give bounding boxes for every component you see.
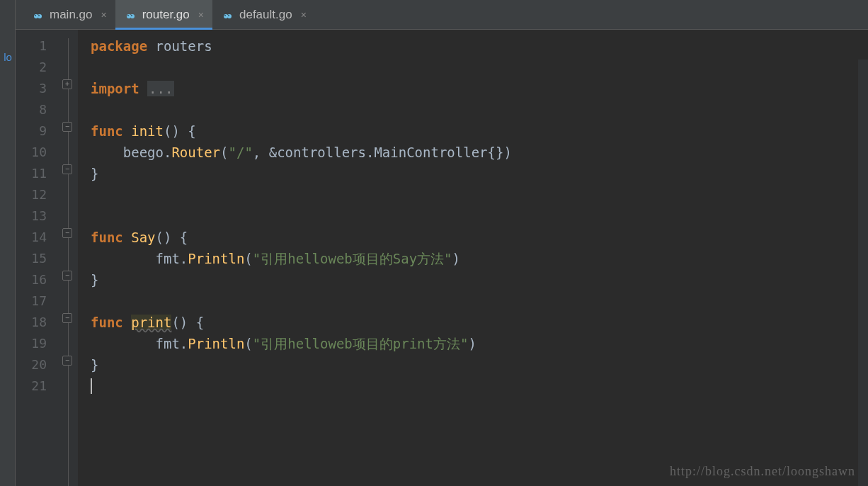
- keyword: func: [91, 230, 123, 245]
- line-number: 13: [16, 205, 47, 227]
- code-text: (: [220, 145, 228, 160]
- go-file-icon: [31, 9, 44, 21]
- code-text: () {: [164, 123, 196, 139]
- svg-point-2: [35, 15, 36, 16]
- editor-main: main.go × router.go × default.go × 1 2 3…: [16, 0, 868, 486]
- line-number-gutter: 1 2 3 8 9 10 11 12 13 14 15 16 17 18 19 …: [16, 30, 59, 486]
- svg-point-7: [131, 15, 132, 16]
- code-text: }: [91, 272, 98, 288]
- svg-point-10: [224, 15, 226, 16]
- line-number: 2: [16, 57, 47, 78]
- vertical-scrollbar[interactable]: [858, 60, 868, 486]
- line-number: 19: [16, 333, 47, 354]
- keyword: import: [91, 81, 139, 96]
- code-text: ): [468, 336, 476, 351]
- method-name: Println: [188, 336, 244, 351]
- code-text: ): [452, 251, 460, 266]
- tab-label: default.go: [239, 8, 292, 22]
- fold-collapse-icon[interactable]: −: [62, 164, 72, 174]
- line-number: 3: [16, 78, 47, 99]
- method-name: Println: [188, 251, 244, 266]
- line-number: 16: [16, 269, 47, 290]
- line-number: 18: [16, 312, 47, 333]
- keyword: package: [91, 38, 147, 54]
- fold-collapse-icon[interactable]: −: [62, 313, 72, 323]
- fold-guide-line: [68, 38, 69, 486]
- editor-area[interactable]: 1 2 3 8 9 10 11 12 13 14 15 16 17 18 19 …: [16, 30, 868, 486]
- fold-gutter: + − − − − − −: [59, 30, 78, 486]
- editor-tabs: main.go × router.go × default.go ×: [16, 0, 868, 30]
- line-number: 1: [16, 35, 47, 57]
- code-text: }: [91, 166, 98, 181]
- fold-collapse-icon[interactable]: −: [62, 122, 72, 132]
- code-text: beego.: [123, 145, 172, 160]
- method-name: Router: [171, 145, 220, 160]
- func-name: Say: [131, 230, 155, 245]
- tool-window-label[interactable]: lo: [0, 51, 16, 63]
- code-text: }: [91, 357, 98, 373]
- fold-expand-icon[interactable]: +: [62, 79, 72, 89]
- close-icon[interactable]: ×: [198, 9, 204, 21]
- keyword: func: [91, 123, 123, 139]
- tab-router-go[interactable]: router.go ×: [115, 0, 212, 29]
- tab-default-go[interactable]: default.go ×: [212, 0, 315, 29]
- code-text: fmt.: [156, 251, 188, 266]
- code-text: , &controllers.MainController{}): [253, 145, 512, 160]
- tab-main-go[interactable]: main.go ×: [23, 0, 115, 29]
- line-number: 14: [16, 227, 47, 248]
- line-number: 20: [16, 354, 47, 375]
- code-text: () {: [156, 230, 188, 245]
- line-number: 12: [16, 184, 47, 205]
- fold-collapse-icon[interactable]: −: [62, 356, 72, 366]
- tool-window-strip[interactable]: lo: [0, 0, 16, 486]
- svg-point-3: [38, 15, 40, 16]
- svg-point-5: [130, 14, 135, 18]
- fold-collapse-icon[interactable]: −: [62, 228, 72, 238]
- func-name: init: [131, 123, 164, 139]
- func-name-warning: print: [131, 315, 171, 330]
- line-number: 10: [16, 142, 47, 163]
- code-text: (: [244, 336, 252, 351]
- line-number: 9: [16, 120, 47, 142]
- text-caret: [91, 378, 92, 394]
- code-text: fmt.: [156, 336, 188, 351]
- watermark-text: http://blog.csdn.net/loongshawn: [670, 464, 855, 479]
- folded-region[interactable]: ...: [147, 81, 174, 96]
- tab-label: main.go: [50, 8, 92, 22]
- go-file-icon: [221, 9, 234, 21]
- svg-point-9: [227, 14, 232, 18]
- line-number: 15: [16, 248, 47, 269]
- svg-point-6: [127, 15, 129, 16]
- identifier: routers: [156, 38, 212, 54]
- tab-label: router.go: [142, 8, 190, 22]
- string-literal: "引用helloweb项目的Say方法": [253, 251, 452, 266]
- close-icon[interactable]: ×: [301, 9, 307, 21]
- keyword: func: [91, 315, 123, 330]
- close-icon[interactable]: ×: [101, 9, 106, 21]
- fold-collapse-icon[interactable]: −: [62, 271, 72, 281]
- svg-point-1: [38, 14, 42, 18]
- code-text[interactable]: package routers import ... func init() {…: [78, 30, 868, 486]
- code-text: (: [244, 251, 252, 266]
- line-number: 21: [16, 375, 47, 397]
- code-text: () {: [171, 315, 204, 330]
- line-number: 17: [16, 290, 47, 312]
- line-number: 8: [16, 99, 47, 120]
- line-number: 11: [16, 163, 47, 184]
- svg-point-11: [228, 15, 229, 16]
- string-literal: "/": [229, 145, 253, 160]
- string-literal: "引用helloweb项目的print方法": [253, 336, 469, 351]
- go-file-icon: [124, 9, 137, 21]
